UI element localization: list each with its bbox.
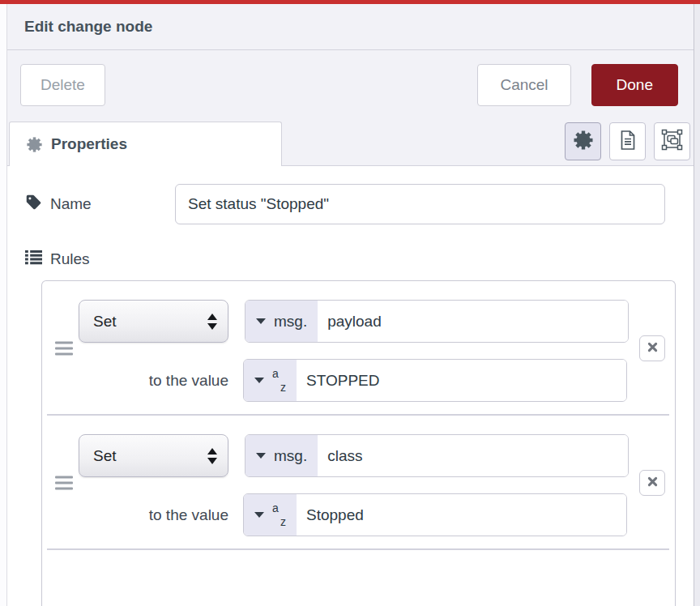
rule-2-property-row: Set msg.: [79, 434, 675, 477]
properties-view-button[interactable]: [565, 122, 601, 160]
rules-label-text: Rules: [50, 250, 90, 268]
selection-icon: [661, 129, 683, 154]
document-icon: [618, 130, 638, 154]
tray-toolbar: Delete Cancel Done: [7, 50, 694, 120]
editor-icon-toolbar: [565, 122, 690, 160]
rule-1-value-field[interactable]: [297, 360, 626, 401]
done-button[interactable]: Done: [591, 64, 678, 106]
rule-1-value-type-button[interactable]: az: [244, 360, 297, 401]
caret-down-icon: [256, 453, 266, 459]
rule-2-action-value: Set: [93, 447, 117, 465]
rules-section-label: Rules: [25, 249, 694, 270]
name-field-label: Name: [25, 194, 175, 215]
list-icon: [25, 250, 42, 269]
rule-1-property-field[interactable]: [318, 301, 628, 342]
rule-1-remove-button[interactable]: [639, 335, 665, 361]
workspace-edge: [0, 4, 6, 606]
close-icon: [647, 476, 659, 491]
rule-2-property-prefix: msg.: [274, 447, 307, 465]
string-type-icon: az: [272, 369, 286, 393]
caret-down-icon: [254, 512, 264, 518]
rule-2-property-type-button[interactable]: msg.: [245, 435, 318, 476]
rule-1-property-prefix: msg.: [274, 313, 307, 331]
rule-2-value-row: to the value az: [42, 493, 675, 536]
rule-2-property-field[interactable]: [318, 435, 628, 476]
appearance-view-button[interactable]: [654, 122, 690, 160]
tab-properties[interactable]: Properties: [9, 122, 282, 166]
gear-icon: [27, 137, 42, 152]
rule-2-action-select[interactable]: Set: [79, 434, 228, 477]
description-view-button[interactable]: [609, 122, 646, 160]
close-icon: [647, 341, 659, 356]
rule-1-action-select[interactable]: Set: [79, 300, 228, 343]
rule-1-property-input: msg.: [245, 300, 629, 343]
rule-1-action-value: Set: [93, 313, 117, 331]
rule-2-value-type-button[interactable]: az: [244, 494, 297, 536]
name-input[interactable]: [175, 184, 665, 224]
cancel-button[interactable]: Cancel: [477, 64, 570, 106]
rule-2-property-input: msg.: [245, 434, 629, 477]
select-arrows-icon: [207, 314, 217, 330]
gear-icon: [574, 130, 593, 153]
edit-node-tray: Edit change node Delete Cancel Done Pr: [6, 4, 694, 606]
page-title: Edit change node: [24, 18, 152, 36]
tag-icon: [25, 194, 42, 215]
rule-1-property-row: Set msg.: [79, 300, 675, 343]
drag-handle-icon[interactable]: [52, 339, 76, 359]
rule-2-remove-button[interactable]: [639, 470, 665, 496]
name-label-text: Name: [50, 195, 92, 213]
rule-2-value-input: az: [243, 493, 627, 536]
tab-properties-label: Properties: [51, 135, 127, 153]
name-row: Name: [25, 184, 694, 224]
caret-down-icon: [254, 378, 264, 383]
caret-down-icon: [256, 318, 266, 324]
string-type-icon: az: [272, 503, 286, 527]
to-the-value-label: to the value: [42, 506, 228, 524]
rule-1-value-input: az: [243, 359, 627, 402]
tray-header: Edit change node: [7, 4, 694, 50]
tab-bar: Properties: [7, 120, 694, 166]
rule-item-1: Set msg. to the value: [42, 281, 675, 416]
rule-1-property-type-button[interactable]: msg.: [245, 301, 318, 342]
delete-button[interactable]: Delete: [20, 64, 105, 106]
drag-handle-icon[interactable]: [52, 473, 76, 493]
to-the-value-label: to the value: [42, 372, 228, 390]
rule-item-2: Set msg. to the value: [42, 416, 675, 550]
rule-2-value-field[interactable]: [297, 494, 626, 536]
properties-panel: Name Rules: [7, 166, 694, 606]
rules-list: Set msg. to the value: [41, 280, 676, 606]
rule-1-value-row: to the value az: [42, 359, 675, 402]
select-arrows-icon: [207, 448, 217, 464]
